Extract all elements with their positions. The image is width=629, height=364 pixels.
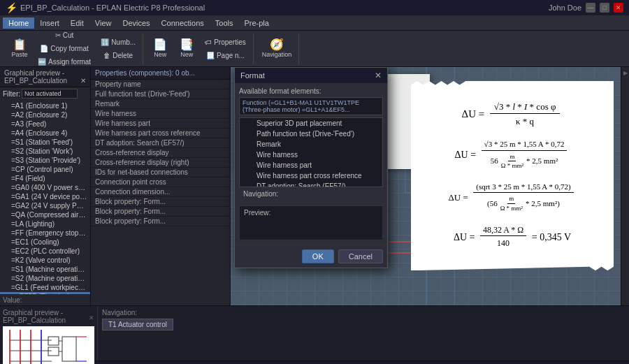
panel-close-icon[interactable]: ✕ bbox=[80, 77, 86, 85]
prop-name-0: Property name bbox=[95, 80, 226, 88]
page-nav-icon: 📃 bbox=[206, 52, 215, 59]
app-title: EPI_BP_Calculation - EPLAN Electric P8 P… bbox=[20, 3, 205, 12]
prop-name-11: Connection dimension... bbox=[95, 188, 226, 196]
delete-btn[interactable]: 🗑Delete bbox=[96, 49, 140, 61]
formula-1: ΔU = √3 * l * I * cos φ κ * q bbox=[428, 101, 597, 129]
title-bar-left: ⚡ EPI_BP_Calculation - EPLAN Electric P8… bbox=[6, 2, 205, 13]
tree-item-10[interactable]: =GA1 (24 V device power su...) bbox=[0, 192, 90, 201]
prop-name-13: Block property: Form... bbox=[95, 208, 226, 215]
navigation-btn[interactable]: 🧭 Navigation bbox=[258, 35, 296, 63]
prop-row-14: Block property: Form... bbox=[91, 217, 230, 226]
dialog-list-item-1[interactable]: Path function test (Drive-'Feed') bbox=[240, 129, 382, 139]
tree-item-1[interactable]: =A2 (Enclosure 2) bbox=[0, 110, 90, 119]
prop-row-5: Wire harness part cross reference bbox=[91, 129, 230, 138]
tree-item-3[interactable]: =A4 (Enclosure 4) bbox=[0, 129, 90, 138]
tree-item-9[interactable]: =GA0 (400 V power supply) bbox=[0, 183, 90, 192]
tree-item-12[interactable]: =QA (Compressed air supply) bbox=[0, 210, 90, 219]
menu-tab-insert[interactable]: Insert bbox=[34, 17, 65, 29]
copy-format-btn[interactable]: 📄Copy format bbox=[34, 43, 95, 55]
center-area: Properties (components): 0 ob... Propert… bbox=[91, 67, 621, 305]
value-row: Value: bbox=[0, 294, 90, 305]
dialog-title-bar: Format ✕ bbox=[235, 68, 387, 83]
svg-rect-15 bbox=[48, 337, 59, 345]
properties-icon: 🏷 bbox=[205, 38, 212, 46]
prop-name-14: Block property: Form... bbox=[95, 217, 226, 225]
prop-name-10: Connection point cross bbox=[95, 178, 226, 186]
dialog-item-label-4: Wire harness part bbox=[256, 161, 312, 169]
tree-item-13[interactable]: =LA (Lighting) bbox=[0, 219, 90, 228]
right-panel-tab[interactable]: ▶ bbox=[621, 67, 629, 79]
formula-overlay: ΔU = √3 * l * I * cos φ κ * q ΔU = √3 * … bbox=[411, 81, 614, 270]
page-n-btn[interactable]: 🏷Properties bbox=[201, 36, 250, 48]
filter-input[interactable] bbox=[22, 89, 78, 99]
new-icon: 📄 bbox=[153, 39, 167, 50]
prop-row-6: DT adoption: Search (EF57/) bbox=[91, 138, 230, 148]
svg-rect-16 bbox=[48, 347, 59, 356]
nav-panel: Navigation: T1 Actuator control bbox=[98, 306, 629, 361]
paste-btn[interactable]: 📋 Paste bbox=[7, 35, 32, 63]
minimize-btn[interactable]: — bbox=[586, 3, 595, 13]
tree-item-8[interactable]: =F4 (Field) bbox=[0, 174, 90, 183]
prop-row-8: Cross-reference display (right) bbox=[91, 158, 230, 168]
tree-item-2[interactable]: =A3 (Feed) bbox=[0, 119, 90, 129]
cancel-button[interactable]: Cancel bbox=[338, 249, 383, 263]
menu-tab-devices[interactable]: Devices bbox=[117, 17, 155, 29]
maximize-btn[interactable]: □ bbox=[600, 3, 609, 13]
tree-item-6[interactable]: =S3 (Station 'Provide') bbox=[0, 156, 90, 165]
right-panel: ▶ bbox=[621, 67, 629, 305]
left-panel: Graphical preview - EPI_BP_Calculation ✕… bbox=[0, 67, 91, 305]
ok-button[interactable]: OK bbox=[302, 249, 334, 263]
prop-name-5: Wire harness part cross reference bbox=[95, 129, 226, 137]
dialog-list-item-4[interactable]: Wire harness part bbox=[240, 160, 382, 170]
menu-tab-prepla[interactable]: Pre-pla bbox=[238, 17, 274, 29]
preview-section: Preview: bbox=[239, 205, 383, 240]
menu-tab-edit[interactable]: Edit bbox=[65, 17, 89, 29]
dialog-list-item-3[interactable]: Wire harness bbox=[240, 150, 382, 160]
tree-item-17[interactable]: =K2 (Valve control) bbox=[0, 256, 90, 265]
preview-close-icon[interactable]: ✕ bbox=[89, 314, 94, 321]
preview-canvas bbox=[3, 326, 94, 364]
dialog-list-item-5[interactable]: Wire harness part cross reference bbox=[240, 170, 382, 181]
menu-tab-tools[interactable]: Tools bbox=[210, 17, 239, 29]
menu-tab-connections[interactable]: Connections bbox=[156, 17, 210, 29]
nav-tab-t1[interactable]: T1 Actuator control bbox=[102, 319, 173, 330]
numb-btn[interactable]: 🔢Numb... bbox=[96, 36, 140, 48]
nav-label: Navigation: bbox=[243, 190, 379, 198]
tree-item-4[interactable]: =S1 (Station 'Feed') bbox=[0, 138, 90, 147]
close-btn[interactable]: ✕ bbox=[614, 3, 623, 13]
tree-item-18[interactable]: =S1 (Machine operation enclosure) bbox=[0, 265, 90, 274]
menu-tab-home[interactable]: Home bbox=[3, 17, 34, 29]
properties-scroll[interactable]: Property nameFull function test (Drive-'… bbox=[91, 80, 230, 303]
page-nav-btn[interactable]: 📃Page n... bbox=[201, 49, 250, 61]
menu-tab-view[interactable]: View bbox=[89, 17, 117, 29]
cut-btn[interactable]: ✂Cut bbox=[34, 29, 95, 42]
assign-format-btn[interactable]: 🔤Assign format bbox=[34, 56, 95, 68]
tree-item-14[interactable]: =FF (Emergency stop control) bbox=[0, 228, 90, 238]
tree-item-16[interactable]: =EC2 (PLC controller) bbox=[0, 247, 90, 256]
format-elements-list[interactable]: Superior 3D part placementPath function … bbox=[239, 117, 383, 187]
tree-item-15[interactable]: =EC1 (Cooling) bbox=[0, 238, 90, 247]
tree-item-7[interactable]: =CP (Control panel) bbox=[0, 165, 90, 174]
dialog-list-item-0[interactable]: Superior 3D part placement bbox=[240, 118, 382, 129]
dialog-close-btn[interactable]: ✕ bbox=[375, 71, 382, 80]
dialog-body: Available format elements: Function (=GL… bbox=[235, 83, 387, 245]
dialog-list-item-2[interactable]: Remark bbox=[240, 139, 382, 150]
tree-item-5[interactable]: =S2 (Station 'Work') bbox=[0, 147, 90, 156]
mini-circuit-svg bbox=[3, 326, 94, 364]
prop-name-7: Cross-reference display bbox=[95, 149, 226, 156]
tree-item-20[interactable]: =GL1 (Feed workpiece: Transport) bbox=[0, 283, 90, 292]
prop-row-7: Cross-reference display bbox=[91, 148, 230, 158]
toolbar: 📋 Paste ✂Cut 📄Copy format 🔤Assign format… bbox=[0, 31, 629, 67]
dialog-list-item-6[interactable]: DT adoption: Search (EF57/) bbox=[240, 181, 382, 187]
dialog-item-label-1: Path function test (Drive-'Feed') bbox=[256, 130, 354, 138]
new-btn[interactable]: 📄 New bbox=[147, 35, 173, 63]
assign-format-icon: 🔤 bbox=[38, 58, 46, 66]
toolbar-group-pages: 📄 New 📑 New 🏷Properties 📃Page n... bbox=[145, 34, 254, 64]
prop-name-3: Wire harness bbox=[95, 110, 226, 117]
new2-icon: 📑 bbox=[180, 39, 194, 50]
new2-btn[interactable]: 📑 New bbox=[174, 35, 199, 63]
tree-item-0[interactable]: =A1 (Enclosure 1) bbox=[0, 101, 90, 110]
nav-section: Navigation: bbox=[239, 187, 383, 203]
tree-item-19[interactable]: =S2 (Machine operation control panel) bbox=[0, 274, 90, 283]
tree-item-11[interactable]: =GA2 (24 V supply PLC signa...) bbox=[0, 201, 90, 210]
